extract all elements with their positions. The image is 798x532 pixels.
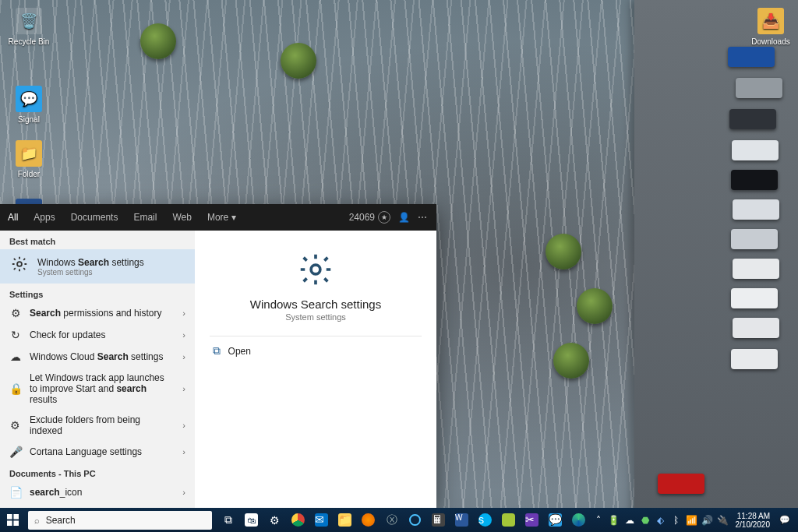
desktop-icon-label: Recycle Bin [5, 37, 53, 46]
divider [210, 336, 422, 336]
tray-onedrive-icon[interactable]: ☁ [622, 508, 637, 532]
taskbar: ⌕ ⧉ 🛍 ⚙ ✉ 📁 ⓧ 🖩 W s ✂ 💬 ˄ 🔋 ☁ ⬣ ⬖ ᛒ 📶 🔊 … [0, 508, 798, 532]
search-flyout: All Apps Documents Email Web More▾ 24069… [0, 204, 436, 508]
start-button[interactable] [0, 508, 26, 532]
system-tray: ˄ 🔋 ☁ ⬣ ⬖ ᛒ 📶 🔊 🔌 11:28 AM 2/10/2020 💬 [591, 508, 799, 532]
taskbar-app-android[interactable] [497, 508, 521, 532]
tab-email[interactable]: Email [125, 204, 164, 231]
taskbar-app-edge[interactable] [567, 508, 591, 532]
tab-all[interactable]: All [0, 204, 26, 231]
search-input[interactable] [46, 515, 206, 526]
action-label: Open [228, 346, 251, 357]
tab-web[interactable]: Web [164, 204, 199, 231]
chevron-right-icon: › [182, 421, 185, 430]
mic-icon: 🎤 [9, 446, 22, 458]
desktop-icon-downloads[interactable]: 📥 Downloads [747, 8, 795, 46]
section-best-match: Best match [0, 231, 195, 249]
chevron-right-icon: › [182, 330, 185, 340]
section-settings: Settings [0, 284, 195, 302]
taskbar-app-calculator[interactable]: 🖩 [427, 508, 450, 532]
desktop-icon-signal[interactable]: 💬 Signal [5, 86, 53, 124]
folder-icon: 📁 [16, 140, 42, 167]
tray-dropbox-icon[interactable]: ⬖ [653, 508, 669, 532]
tray-wifi-icon[interactable]: 📶 [684, 508, 700, 532]
preview-subtitle: System settings [285, 312, 346, 322]
desktop-icon-folder[interactable]: 📁 Folder [5, 140, 53, 178]
action-center-button[interactable]: 💬 [775, 508, 795, 532]
gear-icon [298, 252, 333, 290]
desktop-icon-label: Signal [5, 115, 53, 124]
rewards-badge-icon: ★ [378, 211, 390, 224]
taskbar-app-word[interactable]: W [450, 508, 474, 532]
result-doc-search-icon[interactable]: 📄 search_icon › [0, 481, 195, 503]
chevron-right-icon: › [182, 308, 185, 318]
result-track-launches[interactable]: 🔒 Let Windows track app launches to impr… [0, 368, 195, 410]
clock-time: 11:28 AM [736, 512, 771, 520]
taskbar-app-chrome[interactable] [287, 508, 310, 532]
tray-vpn-icon[interactable]: ⬣ [637, 508, 653, 532]
gear-icon: ⚙ [9, 419, 22, 432]
desktop-icon-label: Downloads [747, 37, 795, 46]
preview-title: Windows Search settings [250, 298, 381, 311]
chevron-right-icon: › [182, 384, 185, 393]
chevron-right-icon: › [182, 352, 185, 361]
svg-point-1 [311, 265, 320, 274]
tray-overflow-button[interactable]: ˄ [591, 508, 606, 532]
taskbar-app-mail[interactable]: ✉ [310, 508, 334, 532]
section-documents: Documents - This PC [0, 463, 195, 481]
windows-logo-icon [7, 514, 19, 526]
svg-rect-5 [14, 520, 19, 526]
taskbar-app-store[interactable]: 🛍 [240, 508, 263, 532]
tray-battery-icon[interactable]: 🔋 [606, 508, 622, 532]
document-icon: 📄 [9, 486, 22, 499]
tab-apps[interactable]: Apps [26, 204, 62, 231]
taskbar-app-settings[interactable]: ⚙ [263, 508, 287, 532]
feedback-icon[interactable]: 👤 [398, 212, 410, 223]
open-icon: ⧉ [213, 344, 221, 358]
options-icon[interactable]: ⋯ [418, 212, 427, 223]
desktop-icon-label: Folder [5, 170, 53, 178]
svg-rect-2 [7, 514, 12, 520]
taskbar-app-skype[interactable]: s [474, 508, 497, 532]
search-tabs: All Apps Documents Email Web More▾ [0, 204, 244, 231]
chevron-right-icon: › [182, 488, 185, 497]
result-search-permissions[interactable]: ⚙ Search permissions and history › [0, 302, 195, 324]
gear-icon [9, 255, 30, 277]
lock-icon: 🔒 [9, 382, 22, 395]
task-view-button[interactable]: ⧉ [217, 508, 240, 532]
cloud-icon: ☁ [9, 351, 22, 363]
taskbar-app-cortana[interactable] [404, 508, 427, 532]
taskbar-clock[interactable]: 11:28 AM 2/10/2020 [731, 512, 775, 529]
taskbar-app-xbox[interactable]: ⓧ [380, 508, 404, 532]
tray-power-icon[interactable]: 🔌 [715, 508, 731, 532]
tray-volume-icon[interactable]: 🔊 [700, 508, 715, 532]
taskbar-search-box[interactable]: ⌕ [28, 511, 212, 530]
taskbar-app-snip[interactable]: ✂ [521, 508, 544, 532]
rewards-points: 24069 [349, 212, 375, 223]
svg-rect-3 [14, 514, 19, 520]
taskbar-app-firefox[interactable] [357, 508, 380, 532]
action-open[interactable]: ⧉ Open [210, 338, 422, 364]
signal-icon: 💬 [16, 86, 42, 112]
search-preview-pane: Windows Search settings System settings … [195, 231, 436, 508]
taskbar-app-signal[interactable]: 💬 [544, 508, 567, 532]
tab-more[interactable]: More▾ [200, 204, 244, 231]
rewards-indicator[interactable]: 24069 ★ [349, 211, 390, 224]
result-cortana-language[interactable]: 🎤 Cortana Language settings › [0, 441, 195, 463]
result-cloud-search[interactable]: ☁ Windows Cloud Search settings › [0, 346, 195, 368]
chevron-down-icon: ▾ [231, 212, 236, 223]
taskbar-pinned-apps: ⧉ 🛍 ⚙ ✉ 📁 ⓧ 🖩 W s ✂ 💬 [217, 508, 591, 532]
tray-bluetooth-icon[interactable]: ᛒ [669, 508, 684, 532]
svg-point-0 [17, 262, 22, 266]
result-check-updates[interactable]: ↻ Check for updates › [0, 324, 195, 346]
downloads-icon: 📥 [757, 8, 784, 34]
desktop-icon-recycle-bin[interactable]: 🗑️ Recycle Bin [5, 8, 53, 46]
recycle-bin-icon: 🗑️ [16, 8, 42, 34]
tab-documents[interactable]: Documents [63, 204, 126, 231]
svg-rect-4 [7, 520, 12, 526]
refresh-icon: ↻ [9, 329, 22, 341]
search-icon: ⌕ [34, 516, 40, 525]
result-exclude-folders[interactable]: ⚙ Exclude folders from being indexed › [0, 410, 195, 441]
result-windows-search-settings[interactable]: Windows Search settings System settings [0, 249, 195, 284]
taskbar-app-explorer[interactable]: 📁 [334, 508, 357, 532]
